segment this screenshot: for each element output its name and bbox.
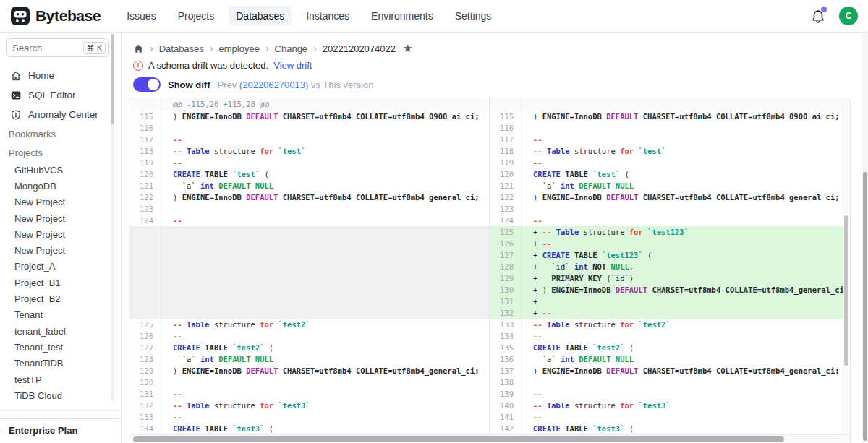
code-line bbox=[161, 122, 489, 134]
sidebar-project-item[interactable]: tenant_label bbox=[0, 323, 121, 339]
nav-item-databases[interactable]: Databases bbox=[229, 6, 292, 26]
line-number: 117 bbox=[490, 134, 522, 145]
home-breadcrumb-icon[interactable] bbox=[133, 43, 144, 54]
nav-item-environments[interactable]: Environments bbox=[364, 6, 441, 26]
code-line: -- bbox=[161, 157, 489, 168]
code-line: -- Table structure for `test3` bbox=[522, 400, 850, 411]
diff-panel: @@ -115,20 +115,28 @@115) ENGINE=InnoDB … bbox=[129, 98, 851, 443]
code-line: -- bbox=[522, 157, 850, 168]
nav-item-projects[interactable]: Projects bbox=[171, 6, 222, 26]
diff-vertical-scrollbar[interactable] bbox=[843, 98, 850, 434]
bytebase-logo[interactable]: Bytebase bbox=[10, 6, 101, 26]
diff-horizontal-scrollbar-thumb[interactable] bbox=[133, 436, 784, 442]
notifications-button[interactable] bbox=[810, 8, 826, 24]
sidebar-project-item[interactable]: Project_B1 bbox=[0, 275, 121, 291]
view-drift-link[interactable]: View drift bbox=[273, 60, 312, 71]
sidebar: ⌘ K Home SQL Editor bbox=[0, 33, 122, 443]
page-scrollbar-thumb[interactable] bbox=[863, 172, 867, 441]
code-line: + CREATE TABLE `test123` ( bbox=[522, 249, 850, 261]
terminal-icon bbox=[10, 90, 22, 101]
code-line: ) ENGINE=InnoDB DEFAULT CHARSET=utf8mb4 … bbox=[522, 111, 850, 122]
diff-side-old bbox=[129, 226, 490, 238]
line-number bbox=[129, 261, 161, 272]
line-number: 121 bbox=[490, 180, 522, 192]
sidebar-project-item[interactable]: New Project bbox=[0, 226, 121, 242]
code-line: + -- bbox=[522, 238, 850, 249]
breadcrumb-item[interactable]: Databases bbox=[159, 43, 204, 54]
sidebar-project-item[interactable]: testTP bbox=[0, 371, 121, 387]
nav-item-settings[interactable]: Settings bbox=[448, 6, 499, 26]
diff-toolbar: Show diff Prev (202206270013) vs This ve… bbox=[133, 77, 868, 92]
code-line: `a` int DEFAULT NULL bbox=[161, 353, 489, 365]
diff-side-old: 117-- bbox=[129, 134, 490, 145]
version-compare-text: Prev (202206270013) vs This version bbox=[218, 79, 374, 90]
sidebar-project-item[interactable]: GitHubVCS bbox=[0, 162, 121, 178]
code-line: CREATE TABLE `test3` ( bbox=[161, 423, 489, 434]
line-number: 128 bbox=[490, 261, 522, 272]
prev-version-link[interactable]: (202206270013) bbox=[239, 79, 308, 90]
diff-row: 127CREATE TABLE `test2` (135CREATE TABLE… bbox=[129, 342, 850, 353]
code-line bbox=[161, 203, 489, 215]
sidebar-project-item[interactable]: Project_A bbox=[0, 259, 121, 275]
diff-row: 118-- Table structure for `test`118-- Ta… bbox=[129, 145, 850, 157]
diff-side-new: 122) ENGINE=InnoDB DEFAULT CHARSET=utf8m… bbox=[490, 192, 850, 203]
breadcrumb-item[interactable]: 20221202074022 bbox=[323, 43, 396, 54]
diff-side-new: 133-- Table structure for `test2` bbox=[490, 319, 850, 330]
show-diff-label: Show diff bbox=[168, 79, 210, 90]
project-list: GitHubVCSMongoDBNew ProjectNew ProjectNe… bbox=[0, 162, 121, 403]
diff-side-new: 130+ ) ENGINE=InnoDB DEFAULT CHARSET=utf… bbox=[490, 284, 850, 296]
code-line: -- Table structure for `test2` bbox=[522, 319, 850, 330]
code-line: -- bbox=[522, 134, 850, 145]
diff-side-old: 120CREATE TABLE `test` ( bbox=[129, 168, 490, 180]
breadcrumb-item[interactable]: employee bbox=[219, 43, 260, 54]
sidebar-project-item[interactable]: TenantTiDB bbox=[0, 356, 121, 371]
line-number: 120 bbox=[129, 168, 161, 180]
show-diff-toggle[interactable] bbox=[133, 77, 161, 92]
chevron-right-icon: › bbox=[150, 43, 153, 54]
avatar[interactable]: C bbox=[839, 7, 858, 25]
diff-side-new: 136 `a` int DEFAULT NULL bbox=[490, 353, 850, 365]
sidebar-project-item[interactable]: MongoDB bbox=[0, 178, 121, 194]
page-scrollbar[interactable] bbox=[862, 33, 868, 443]
nav-item-instances[interactable]: Instances bbox=[299, 6, 357, 26]
line-number: 119 bbox=[129, 157, 161, 168]
sidebar-project-item[interactable]: New Project bbox=[0, 194, 121, 210]
line-number: 139 bbox=[490, 388, 522, 400]
top-navbar: Bytebase IssuesProjectsDatabasesInstance… bbox=[0, 0, 868, 33]
nav-item-issues[interactable]: Issues bbox=[119, 6, 163, 26]
line-number bbox=[129, 249, 161, 261]
diff-row: 129) ENGINE=InnoDB DEFAULT CHARSET=utf8m… bbox=[129, 365, 850, 377]
sidebar-scrollbar[interactable] bbox=[111, 34, 114, 401]
sidebar-project-item[interactable]: Tenant_test bbox=[0, 339, 121, 355]
code-line: CREATE TABLE `test2` ( bbox=[161, 342, 489, 353]
diff-side-old: 133-- bbox=[129, 411, 490, 423]
search-input[interactable] bbox=[12, 43, 83, 53]
diff-side-new: 118-- Table structure for `test` bbox=[490, 145, 850, 157]
search-box[interactable]: ⌘ K bbox=[6, 38, 109, 57]
sidebar-project-item[interactable]: Project_B2 bbox=[0, 291, 121, 306]
breadcrumb-item[interactable]: Change bbox=[275, 43, 308, 54]
diff-vertical-scrollbar-thumb[interactable] bbox=[844, 215, 848, 366]
sidebar-item-sql-editor[interactable]: SQL Editor bbox=[0, 85, 121, 105]
sidebar-project-item[interactable]: New Project bbox=[0, 242, 121, 258]
line-number: 118 bbox=[129, 145, 161, 157]
diff-side-new: 123 bbox=[490, 203, 850, 215]
sidebar-project-item[interactable]: TiDB Cloud bbox=[0, 387, 121, 403]
diff-side-old: 134CREATE TABLE `test3` ( bbox=[129, 423, 490, 434]
code-line: `a` int DEFAULT NULL bbox=[161, 180, 489, 192]
line-number: 126 bbox=[490, 238, 522, 249]
diff-side-old: 127CREATE TABLE `test2` ( bbox=[129, 342, 490, 353]
code-line bbox=[161, 377, 489, 388]
sidebar-section-bookmarks: Bookmarks bbox=[0, 124, 121, 143]
sidebar-scrollbar-thumb[interactable] bbox=[111, 34, 114, 124]
sidebar-item-anomaly-center[interactable]: Anomaly Center bbox=[0, 105, 121, 124]
sidebar-item-home[interactable]: Home bbox=[0, 66, 121, 85]
star-icon[interactable]: ★ bbox=[403, 42, 412, 55]
diff-horizontal-scrollbar[interactable] bbox=[129, 434, 850, 443]
sidebar-project-item[interactable]: New Project bbox=[0, 210, 121, 226]
diff-side-old: 128 `a` int DEFAULT NULL bbox=[129, 353, 490, 365]
sidebar-project-item[interactable]: Tenant bbox=[0, 307, 121, 323]
diff-row: 124--124-- bbox=[129, 215, 850, 226]
line-number: 129 bbox=[129, 365, 161, 377]
line-number: 115 bbox=[129, 111, 161, 122]
